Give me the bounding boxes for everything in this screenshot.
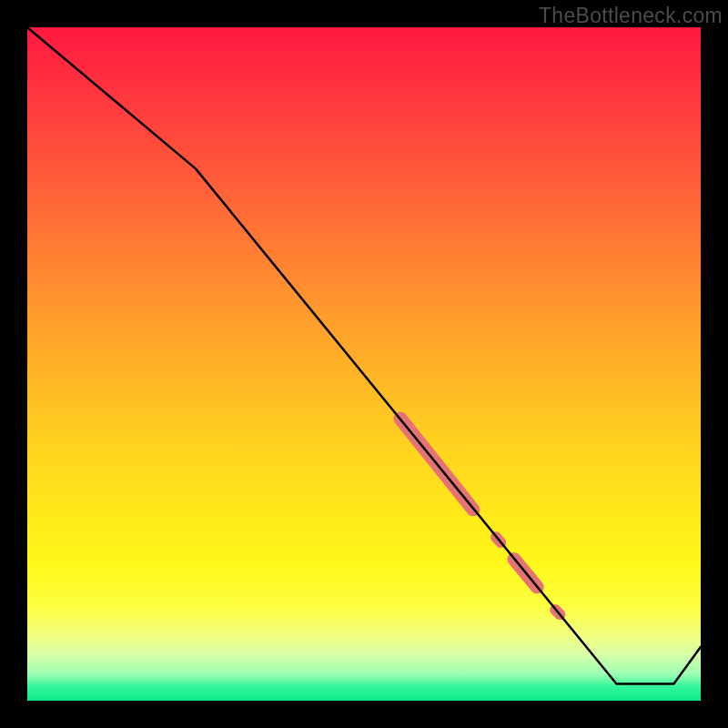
plot-area [27, 27, 701, 701]
watermark-label: TheBottleneck.com [539, 4, 723, 28]
chart-stage: TheBottleneck.com [0, 0, 728, 728]
bottleneck-curve [27, 27, 701, 684]
curve-layer [27, 27, 701, 684]
chart-svg [27, 27, 701, 701]
